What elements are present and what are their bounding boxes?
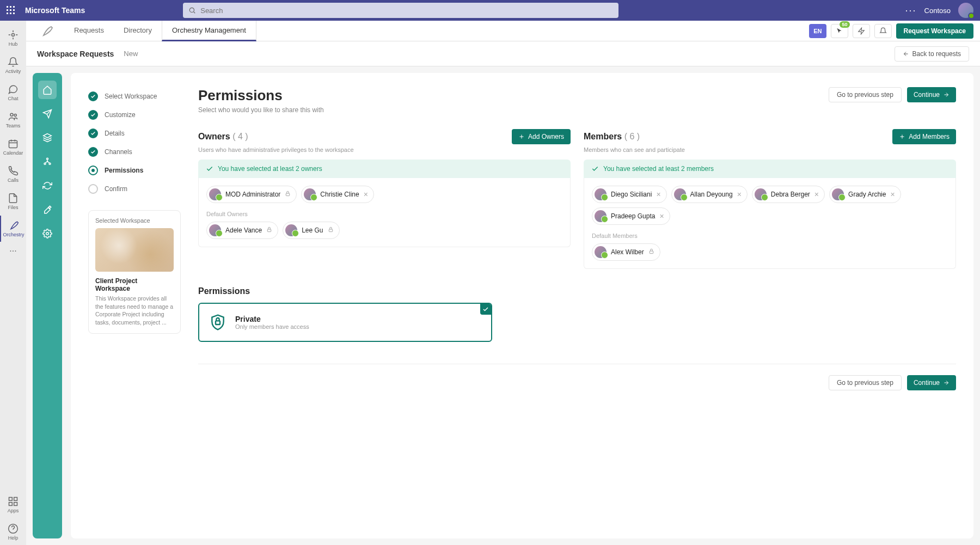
breadcrumb-current: New	[124, 50, 138, 58]
bell-pill[interactable]	[874, 24, 892, 38]
rail-files[interactable]: Files	[0, 188, 26, 215]
avatar	[595, 188, 607, 200]
members-section: Members ( 6 ) Add Members Members who ca…	[584, 129, 956, 269]
check-badge-icon	[480, 304, 491, 315]
rail-hub[interactable]: Hub	[0, 25, 26, 51]
step-customize[interactable]: Customize	[88, 106, 181, 124]
user-chip: Christie Cline×	[301, 186, 374, 203]
permission-option-private[interactable]: Private Only members have access	[198, 303, 492, 342]
sn-tools[interactable]	[38, 200, 57, 219]
avatar	[304, 188, 316, 200]
permissions-title: Permissions	[198, 286, 956, 296]
rail-chat[interactable]: Chat	[0, 79, 26, 106]
plus-icon	[899, 133, 905, 140]
user-chip: Diego Siciliani×	[592, 186, 667, 203]
search-box[interactable]	[183, 3, 618, 18]
svg-rect-27	[267, 229, 271, 232]
svg-line-1	[194, 12, 195, 14]
arrow-left-icon	[903, 51, 909, 57]
sn-home[interactable]	[38, 81, 57, 99]
rail-calls[interactable]: Calls	[0, 161, 26, 187]
step-select-workspace[interactable]: Select Workspace	[88, 87, 181, 106]
rail-more[interactable]: ···	[0, 243, 26, 259]
remove-icon[interactable]: ×	[364, 190, 368, 199]
add-owners-button[interactable]: Add Owners	[512, 129, 571, 144]
rail-orchestry[interactable]: Orchestry	[0, 216, 26, 242]
svg-rect-10	[14, 498, 17, 501]
sn-org[interactable]	[38, 152, 57, 171]
remove-icon[interactable]: ×	[659, 212, 664, 221]
tab-orchestry-management[interactable]: Orchestry Management	[162, 21, 256, 41]
step-confirm[interactable]: Confirm	[88, 180, 181, 198]
rail-activity[interactable]: Activity	[0, 52, 26, 78]
svg-point-0	[190, 8, 194, 12]
back-to-requests-button[interactable]: Back to requests	[895, 46, 969, 62]
step-details[interactable]: Details	[88, 124, 181, 143]
breadcrumb-title: Workspace Requests	[37, 50, 114, 58]
rail-calendar[interactable]: Calendar	[0, 134, 26, 160]
svg-marker-14	[858, 28, 864, 34]
cursor-pill[interactable]: 50	[831, 24, 848, 38]
arrow-right-icon	[943, 379, 950, 386]
owners-section: Owners ( 4 ) Add Owners Users who have a…	[198, 129, 571, 269]
lock-icon	[285, 191, 291, 198]
tab-requests[interactable]: Requests	[64, 21, 114, 41]
step-permissions[interactable]: Permissions	[88, 161, 181, 180]
lock-icon	[266, 226, 272, 234]
user-chip: Grady Archie×	[829, 186, 901, 203]
prev-step-button[interactable]: Go to previous step	[829, 87, 902, 102]
selected-workspace-card: Selected Workspace Client Project Worksp…	[88, 210, 181, 334]
bolt-pill[interactable]	[853, 24, 870, 38]
step-channels[interactable]: Channels	[88, 143, 181, 161]
user-chip: Pradeep Gupta×	[592, 207, 670, 225]
user-avatar[interactable]	[958, 3, 973, 18]
workspace-thumbnail	[95, 228, 174, 272]
sn-refresh[interactable]	[38, 176, 57, 195]
search-input[interactable]	[200, 7, 613, 15]
wizard-steps: Select WorkspaceCustomizeDetailsChannels…	[88, 87, 181, 524]
remove-icon[interactable]: ×	[890, 190, 895, 199]
sn-layers[interactable]	[38, 128, 57, 147]
user-chip: Alex Wilber	[592, 243, 660, 261]
lock-icon	[328, 226, 334, 234]
remove-icon[interactable]: ×	[656, 190, 660, 199]
waffle-icon[interactable]	[7, 6, 15, 15]
svg-point-19	[47, 158, 48, 160]
search-icon	[188, 7, 196, 14]
avatar	[832, 188, 844, 200]
svg-rect-5	[9, 140, 17, 148]
remove-icon[interactable]: ×	[737, 190, 742, 199]
user-chip: MOD Administrator	[206, 186, 297, 203]
tab-directory[interactable]: Directory	[114, 21, 162, 41]
rail-help[interactable]: Help	[0, 519, 26, 545]
svg-marker-18	[44, 134, 52, 138]
svg-point-21	[49, 163, 51, 164]
rail-teams[interactable]: Teams	[0, 107, 26, 133]
avatar	[285, 224, 297, 236]
request-workspace-button[interactable]: Request Workspace	[896, 23, 974, 39]
continue-button-bottom[interactable]: Continue	[907, 375, 956, 390]
lang-pill[interactable]: EN	[809, 24, 826, 38]
prev-step-button-bottom[interactable]: Go to previous step	[829, 375, 902, 390]
sn-send[interactable]	[38, 105, 57, 123]
svg-point-4	[14, 114, 16, 116]
owners-success: You have selected at least 2 owners	[198, 160, 571, 178]
continue-button[interactable]: Continue	[907, 87, 956, 102]
svg-point-3	[10, 113, 13, 116]
add-members-button[interactable]: Add Members	[892, 129, 956, 144]
avatar	[209, 224, 221, 236]
user-chip: Adele Vance	[206, 222, 278, 239]
svg-rect-31	[650, 251, 653, 254]
check-icon	[591, 165, 599, 173]
rail-apps[interactable]: Apps	[0, 492, 26, 518]
remove-icon[interactable]: ×	[814, 190, 819, 199]
app-title: Microsoft Teams	[25, 6, 85, 15]
tabbar: Requests Directory Orchestry Management …	[26, 21, 980, 41]
page-subtitle: Select who would you like to share this …	[198, 106, 324, 114]
more-icon[interactable]: ···	[905, 5, 917, 16]
shield-lock-icon	[209, 314, 226, 331]
breadcrumb: Workspace Requests New Back to requests	[26, 41, 980, 66]
user-chip: Allan Deyoung×	[671, 186, 748, 203]
app-logo-icon	[40, 25, 53, 38]
sn-settings[interactable]	[38, 224, 57, 243]
